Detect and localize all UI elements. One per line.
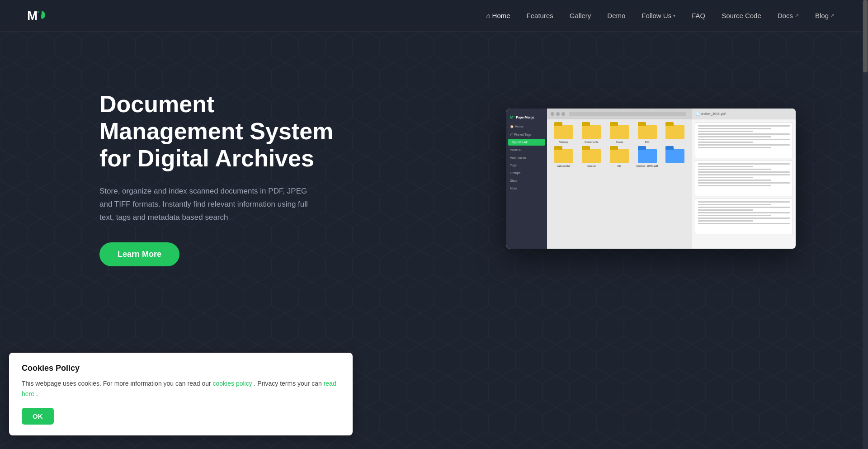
doc-line: [698, 142, 753, 143]
main-nav: ⌂ Home Features Gallery Demo Follow Us ▾: [480, 9, 841, 22]
nav-gallery[interactable]: Gallery: [563, 9, 598, 22]
nav-blog-label: Blog: [815, 12, 829, 19]
doc-line: [698, 166, 753, 167]
cookies-period: .: [36, 390, 38, 397]
doc-panel-content: [692, 119, 796, 249]
doc-line: [698, 131, 753, 132]
doc-page-1: [695, 122, 793, 158]
doc-page-3: [695, 198, 793, 234]
doc-line: [698, 180, 771, 181]
doc-page-2: [695, 160, 793, 196]
hero-image: M² PaperMerge 🏠 Home 🏷 Pinned Tags Spam/…: [506, 109, 796, 249]
cookies-banner: Cookies Policy This webpage uses cookies…: [9, 353, 353, 435]
sidebar-tags: Tags: [506, 162, 547, 169]
nav-faq-label: FAQ: [692, 12, 705, 19]
folder-vintage: Vintage: [552, 125, 575, 143]
hero-section: Document Management System for Digital A…: [0, 32, 868, 326]
cookies-middle-text: . Privacy terms your can: [254, 380, 322, 387]
folder-icon-yellow-4: [638, 125, 657, 139]
doc-line: [698, 207, 790, 208]
folder-boxes: Boxes: [608, 125, 631, 143]
app-sidebar-header: M² PaperMerge: [506, 112, 547, 122]
doc-line: [698, 133, 790, 135]
folder-extra: [664, 125, 686, 143]
cookies-ok-button[interactable]: OK: [22, 408, 54, 425]
doc-line: [698, 174, 790, 175]
folder-icon-yellow-6: [554, 149, 573, 163]
doc-line: [698, 220, 753, 222]
nav-gallery-label: Gallery: [570, 12, 591, 19]
cookies-title: Cookies Policy: [22, 364, 340, 373]
navbar: M² ⌂ Home Features Gallery Demo: [0, 0, 868, 32]
folder-kd: KD: [608, 149, 631, 167]
blog-external-icon: ↗: [830, 13, 835, 19]
doc-line: [698, 182, 790, 184]
logo-m: M: [27, 9, 37, 23]
nav-faq[interactable]: FAQ: [685, 9, 712, 22]
app-screenshot: M² PaperMerge 🏠 Home 🏷 Pinned Tags Spam/…: [506, 109, 796, 249]
doc-line: [698, 125, 790, 127]
cookies-policy-link[interactable]: cookies policy: [213, 380, 252, 387]
nav-home-label: Home: [492, 12, 510, 19]
home-icon: ⌂: [486, 12, 491, 19]
nav-follow-us[interactable]: Follow Us ▾: [635, 9, 682, 22]
folder-icon-blue-2: [665, 149, 684, 163]
logo-leaf-icon: [37, 10, 46, 20]
doc-panel-header: 📄 brother_3045i.pdf: [692, 109, 796, 119]
app-sidebar: M² PaperMerge 🏠 Home 🏷 Pinned Tags Spam/…: [506, 109, 547, 249]
folder-icon-yellow-2: [582, 125, 601, 139]
nav-demo[interactable]: Demo: [601, 9, 632, 22]
app-toolbar: [547, 109, 692, 119]
doc-line: [698, 171, 790, 173]
folder-inserat: Inserat: [580, 149, 603, 167]
folder-icon-yellow-5: [665, 125, 684, 139]
hero-title: Document Management System for Digital A…: [99, 91, 335, 172]
app-main: Vintage Documents Boxes IFO: [547, 109, 692, 249]
learn-more-button[interactable]: Learn More: [99, 242, 179, 266]
app-doc-panel: 📄 brother_3045i.pdf: [692, 109, 796, 249]
doc-line: [698, 169, 771, 170]
doc-line: [698, 128, 771, 129]
doc-line: [698, 185, 771, 186]
nav-demo-label: Demo: [607, 12, 625, 19]
scrollbar[interactable]: [863, 0, 868, 449]
doc-line: [698, 204, 771, 205]
doc-line: [698, 136, 771, 137]
folder-icon-yellow-7: [582, 149, 601, 163]
follow-us-dropdown-icon: ▾: [673, 13, 675, 18]
nav-docs-label: Docs: [778, 12, 793, 19]
brand-logo[interactable]: M²: [27, 9, 46, 23]
cookies-message: This webpage uses cookies. For more info…: [22, 380, 211, 387]
doc-line: [698, 215, 771, 216]
hero-subtitle: Store, organize and index scanned docume…: [99, 185, 316, 224]
sidebar-stats: Stats: [506, 177, 547, 184]
nav-source-code[interactable]: Source Code: [715, 9, 768, 22]
doc-line: [698, 144, 790, 146]
docs-external-icon: ↗: [795, 13, 799, 19]
sidebar-inbox: Inbox IB: [506, 147, 547, 153]
scrollbar-thumb[interactable]: [863, 0, 868, 72]
folder-documents: Documents: [580, 125, 603, 143]
nav-blog[interactable]: Blog ↗: [809, 9, 841, 22]
nav-features-label: Features: [527, 12, 553, 19]
nav-home[interactable]: ⌂ Home: [480, 9, 517, 22]
toolbar-dot-2: [556, 112, 560, 116]
folder-brother-pdf: brother_3045i.pdf: [636, 149, 659, 167]
doc-line: [698, 147, 771, 148]
folder-icon-yellow-8: [610, 149, 629, 163]
sidebar-spam: Spam/Junk: [508, 139, 545, 146]
nav-docs[interactable]: Docs ↗: [771, 9, 805, 22]
folder-icon-blue-1: [638, 149, 657, 163]
sidebar-automation: Automation: [506, 154, 547, 161]
doc-line: [698, 139, 790, 140]
cookies-text: This webpage uses cookies. For more info…: [22, 378, 340, 399]
sidebar-pinned-tags: 🏷 Pinned Tags: [506, 131, 547, 138]
doc-line: [698, 209, 753, 211]
hero-content: Document Management System for Digital A…: [99, 91, 335, 266]
doc-line: [698, 212, 790, 213]
folder-icon-yellow: [554, 125, 573, 139]
nav-features[interactable]: Features: [520, 9, 560, 22]
folder-ifo: IFO: [636, 125, 659, 143]
doc-line: [698, 223, 790, 224]
doc-line: [698, 163, 790, 165]
